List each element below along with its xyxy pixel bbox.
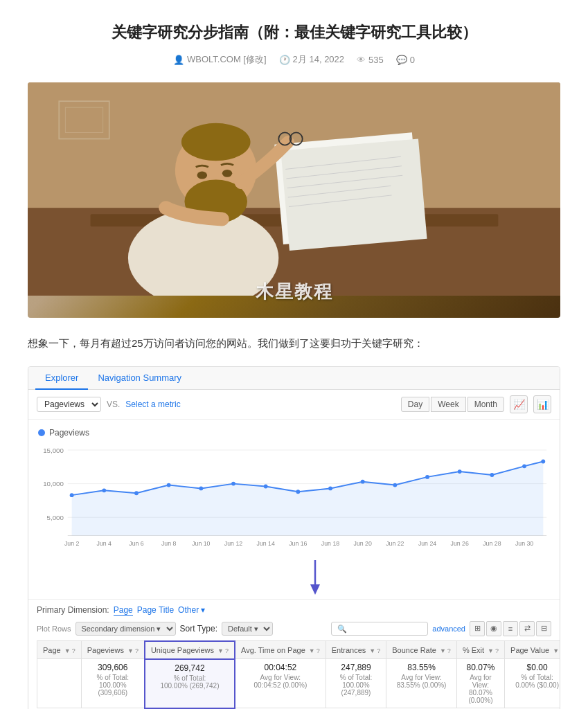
col-header-bounce-rate: Bounce Rate ▼? <box>386 641 457 659</box>
meta-views: 👁 535 <box>357 55 384 65</box>
analytics-tabs: Explorer Navigation Summary <box>28 367 560 390</box>
metric-select[interactable]: Pageviews <box>37 397 101 412</box>
col-header-entrances: Entrances ▼? <box>326 641 386 659</box>
svg-point-43 <box>522 464 526 468</box>
svg-point-33 <box>199 486 203 490</box>
svg-text:Jun 28: Jun 28 <box>483 540 501 547</box>
hero-watermark: 木星教程 <box>256 280 333 304</box>
svg-text:Jun 18: Jun 18 <box>321 540 339 547</box>
col-header-pageviews: Pageviews ▼? <box>81 641 145 659</box>
pie-view-icon[interactable]: ◉ <box>486 621 501 636</box>
month-button[interactable]: Month <box>467 397 504 412</box>
grid-view-icon[interactable]: ⊞ <box>470 621 485 636</box>
period-buttons: Day Week Month <box>401 397 504 412</box>
cell-unique-pageviews: 269,742 % of Total:100.00% (269,742) <box>145 659 235 708</box>
svg-point-36 <box>296 490 300 494</box>
cell-pageviews: 309,606 % of Total:100.00% (309,606) <box>81 659 145 708</box>
pivot-view-icon[interactable]: ⊟ <box>536 621 551 636</box>
table-search-input[interactable] <box>331 622 428 636</box>
vs-label: VS. <box>107 400 120 409</box>
dim-page-title-link[interactable]: Page Title <box>137 605 174 615</box>
compare-view-icon[interactable]: ⇄ <box>519 621 535 636</box>
list-view-icon[interactable]: ≡ <box>503 621 518 636</box>
svg-text:Jun 12: Jun 12 <box>224 540 242 547</box>
svg-text:5,000: 5,000 <box>47 514 64 521</box>
arrow-annotation <box>28 560 560 595</box>
svg-text:Jun 2: Jun 2 <box>64 540 80 547</box>
col-header-avg-time: Avg. Time on Page ▼? <box>235 641 326 659</box>
svg-text:Jun 24: Jun 24 <box>418 540 436 547</box>
week-button[interactable]: Week <box>431 397 465 412</box>
cell-bounce-rate: 83.55% Avg for View:83.55% (0.00%) <box>386 659 457 708</box>
eye-icon: 👁 <box>357 55 366 65</box>
svg-text:Jun 20: Jun 20 <box>354 540 372 547</box>
meta-date: 🕐 2月 14, 2022 <box>279 53 344 66</box>
tab-explorer[interactable]: Explorer <box>35 367 88 390</box>
svg-point-37 <box>328 486 332 490</box>
svg-text:Jun 26: Jun 26 <box>451 540 469 547</box>
chart-legend: Pageviews <box>38 428 550 438</box>
primary-dim-label: Primary Dimension: <box>37 605 109 615</box>
col-header-unique-pageviews: Unique Pageviews ▼? <box>145 641 235 659</box>
dim-other-link[interactable]: Other ▾ <box>178 605 205 615</box>
svg-point-17 <box>197 172 207 179</box>
svg-point-32 <box>167 483 171 487</box>
svg-rect-7 <box>280 138 427 251</box>
svg-point-42 <box>490 473 494 477</box>
svg-text:Jun 16: Jun 16 <box>289 540 307 547</box>
legend-label: Pageviews <box>49 428 89 438</box>
svg-point-35 <box>264 484 268 488</box>
intro-text: 想象一下，每月有超过25万访问者访问您的网站。我们做到了这要归功于关键字研究： <box>28 334 560 352</box>
sort-select[interactable]: Default ▾ <box>222 622 273 636</box>
analytics-controls: Pageviews VS. Select a metric Day Week M… <box>28 390 560 420</box>
meta-comments: 💬 0 <box>396 55 415 65</box>
svg-point-31 <box>134 491 139 495</box>
cell-page-value: $0.00 % of Total:0.00% ($0.00) <box>505 659 560 708</box>
svg-text:Jun 14: Jun 14 <box>257 540 275 547</box>
comment-icon: 💬 <box>396 55 407 65</box>
svg-text:Jun 30: Jun 30 <box>515 540 533 547</box>
svg-point-39 <box>393 483 397 487</box>
svg-marker-61 <box>310 584 320 595</box>
meta-author: 👤 WBOLT.COM [修改] <box>173 53 267 66</box>
advanced-link[interactable]: advanced <box>432 625 465 633</box>
svg-point-18 <box>222 170 232 177</box>
col-header-exit: % Exit ▼? <box>456 641 504 659</box>
select-metric-link[interactable]: Select a metric <box>125 400 180 409</box>
bar-chart-icon[interactable]: 📊 <box>533 395 551 413</box>
svg-text:Jun 8: Jun 8 <box>161 540 177 547</box>
dim-page-link[interactable]: Page <box>114 605 133 616</box>
data-table: Page ▼? Pageviews ▼? Unique Pageviews ▼?… <box>37 640 560 709</box>
analytics-bottom: Primary Dimension: Page Page Title Other… <box>28 599 560 710</box>
cell-page <box>37 659 82 708</box>
svg-point-38 <box>361 479 365 483</box>
svg-text:Jun 6: Jun 6 <box>129 540 144 547</box>
tab-navigation-summary[interactable]: Navigation Summary <box>88 367 191 390</box>
day-button[interactable]: Day <box>401 397 429 412</box>
table-controls: Plot Rows Secondary dimension ▾ Sort Typ… <box>37 621 551 636</box>
sort-type-label: Sort Type: <box>180 624 217 634</box>
cell-entrances: 247,889 % of Total:100.00% (247,889) <box>326 659 386 708</box>
article-meta: 👤 WBOLT.COM [修改] 🕐 2月 14, 2022 👁 535 💬 0 <box>28 53 560 66</box>
view-icons: ⊞ ◉ ≡ ⇄ ⊟ <box>470 621 551 636</box>
table-row: 309,606 % of Total:100.00% (309,606) 269… <box>37 659 561 708</box>
svg-text:Jun 10: Jun 10 <box>192 540 210 547</box>
primary-dimension: Primary Dimension: Page Page Title Other… <box>37 605 551 616</box>
svg-point-41 <box>458 469 462 474</box>
plot-rows-button[interactable]: Plot Rows <box>37 625 71 633</box>
svg-text:10,000: 10,000 <box>43 480 64 487</box>
svg-point-29 <box>70 493 74 497</box>
svg-text:Jun 22: Jun 22 <box>386 540 404 547</box>
secondary-dim-select[interactable]: Secondary dimension ▾ <box>75 622 176 636</box>
article-title: 关键字研究分步指南（附：最佳关键字研究工具比较） <box>28 21 560 44</box>
cell-avg-time: 00:04:52 Avg for View:00:04:52 (0.00%) <box>235 659 326 708</box>
svg-point-16 <box>181 123 251 161</box>
svg-point-40 <box>425 474 429 478</box>
clock-icon: 🕐 <box>279 55 290 65</box>
line-chart-icon[interactable]: 📈 <box>510 395 528 413</box>
chart-svg: 15,000 10,000 5,000 <box>38 443 550 556</box>
svg-text:15,000: 15,000 <box>43 446 64 454</box>
legend-dot <box>38 429 45 436</box>
svg-point-44 <box>541 459 545 463</box>
svg-point-30 <box>102 488 106 492</box>
